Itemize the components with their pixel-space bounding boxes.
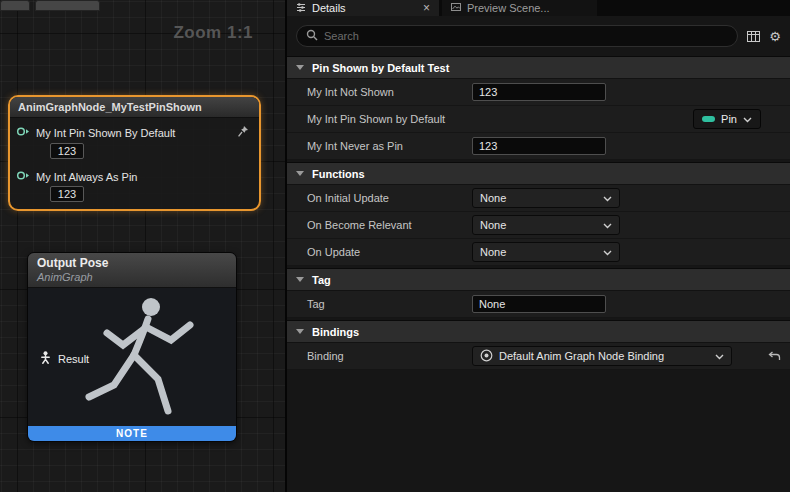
pin-label: My Int Always As Pin: [36, 171, 137, 183]
property-label: My Int Pin Shown by Default: [287, 113, 472, 125]
property-row-on-update: On Update None: [287, 239, 790, 266]
partial-node-stub: [35, 0, 100, 11]
property-row-on-initial-update: On Initial Update None: [287, 185, 790, 212]
pose-person-icon[interactable]: [40, 351, 51, 366]
on-become-relevant-dropdown[interactable]: None: [472, 215, 620, 235]
chevron-down-icon: [743, 113, 752, 125]
pin-visibility-dropdown[interactable]: Pin: [693, 109, 761, 129]
property-row-my-int-pin-shown-by-default: My Int Pin Shown by Default Pin: [287, 106, 790, 133]
pin-button-label: Pin: [721, 113, 737, 125]
node-title: Output Pose: [37, 256, 227, 270]
zoom-level-label: Zoom 1:1: [173, 23, 253, 43]
property-label: On Update: [287, 246, 472, 258]
pin-thumbtack-icon[interactable]: [237, 125, 249, 140]
property-label: My Int Never as Pin: [287, 140, 472, 152]
details-toolbar: ⚙: [287, 16, 790, 56]
dropdown-value: None: [480, 192, 597, 204]
node-output-header[interactable]: Output Pose AnimGraph: [28, 253, 236, 288]
property-label: My Int Not Shown: [287, 86, 472, 98]
chevron-down-icon: [296, 329, 304, 334]
node-title[interactable]: AnimGraphNode_MyTestPinShown: [10, 97, 259, 118]
property-row-binding: Binding Default Anim Graph Node Binding: [287, 343, 790, 370]
preview-scene-tab-icon: [451, 2, 461, 14]
section-pin-shown-by-default-test[interactable]: Pin Shown by Default Test: [287, 56, 790, 79]
node-animgraphnode-mytestpinshown[interactable]: AnimGraphNode_MyTestPinShown My Int Pin …: [8, 95, 261, 211]
int-pin-icon[interactable]: [16, 170, 30, 183]
section-title: Pin Shown by Default Test: [312, 62, 449, 74]
chevron-down-icon: [603, 219, 612, 231]
details-tab-icon: [296, 2, 306, 14]
result-pin-row: Result: [40, 351, 89, 366]
section-functions[interactable]: Functions: [287, 162, 790, 185]
close-icon[interactable]: ×: [423, 2, 430, 14]
unreal-editor-window: Zoom 1:1 AnimGraphNode_MyTestPinShown My…: [0, 0, 790, 492]
dropdown-value: Default Anim Graph Node Binding: [499, 350, 709, 362]
note-bar: NOTE: [28, 426, 236, 441]
panel-tab-bar: Details × Preview Scene...: [287, 0, 790, 16]
settings-gear-icon[interactable]: ⚙: [769, 30, 781, 43]
section-title: Tag: [312, 274, 331, 286]
chevron-down-icon: [296, 277, 304, 282]
pin-pill-icon: [702, 116, 715, 122]
search-icon: [306, 27, 318, 45]
node-subtitle: AnimGraph: [37, 271, 227, 283]
result-pin-label: Result: [58, 353, 89, 365]
property-label: On Initial Update: [287, 192, 472, 204]
search-box[interactable]: [296, 25, 738, 47]
binding-dropdown[interactable]: Default Anim Graph Node Binding: [472, 346, 732, 366]
property-label: Tag: [287, 298, 472, 310]
partial-node-stub: [0, 0, 30, 11]
property-row-on-become-relevant: On Become Relevant None: [287, 212, 790, 239]
node-output-pose[interactable]: Output Pose AnimGraph: [27, 252, 237, 442]
chevron-down-icon: [603, 192, 612, 204]
dropdown-value: None: [480, 246, 597, 258]
pin-value-field[interactable]: 123: [50, 143, 84, 159]
property-label: Binding: [287, 350, 472, 362]
tab-label: Details: [312, 2, 346, 14]
property-label: On Become Relevant: [287, 219, 472, 231]
section-title: Bindings: [312, 326, 359, 338]
tab-details[interactable]: Details ×: [287, 0, 439, 16]
chevron-down-icon: [296, 171, 304, 176]
chevron-down-icon: [296, 65, 304, 70]
pin-row: My Int Always As Pin: [10, 159, 259, 183]
tab-preview-scene[interactable]: Preview Scene...: [442, 0, 597, 16]
property-row-my-int-not-shown: My Int Not Shown: [287, 79, 790, 106]
my-int-never-as-pin-field[interactable]: [472, 137, 606, 155]
tag-field[interactable]: [472, 295, 606, 313]
pin-row: My Int Pin Shown By Default: [10, 118, 259, 140]
display-filter-grid-icon[interactable]: [747, 31, 760, 42]
tab-label: Preview Scene...: [467, 2, 550, 14]
dropdown-value: None: [480, 219, 597, 231]
my-int-not-shown-field[interactable]: [472, 83, 606, 101]
section-tag[interactable]: Tag: [287, 268, 790, 291]
section-title: Functions: [312, 168, 365, 180]
chevron-down-icon: [603, 246, 612, 258]
search-input[interactable]: [324, 30, 728, 42]
on-update-dropdown[interactable]: None: [472, 242, 620, 262]
reset-to-default-icon[interactable]: [768, 351, 781, 362]
on-initial-update-dropdown[interactable]: None: [472, 188, 620, 208]
int-pin-icon[interactable]: [16, 126, 30, 139]
pin-value-field[interactable]: 123: [50, 186, 84, 202]
details-panel: Details × Preview Scene... ⚙: [285, 0, 790, 492]
section-bindings[interactable]: Bindings: [287, 320, 790, 343]
property-row-tag: Tag: [287, 291, 790, 318]
chevron-down-icon: [715, 350, 724, 362]
pin-label: My Int Pin Shown By Default: [36, 127, 175, 139]
binding-circle-icon: [480, 349, 493, 364]
property-row-my-int-never-as-pin: My Int Never as Pin: [287, 133, 790, 160]
anim-graph-canvas[interactable]: Zoom 1:1 AnimGraphNode_MyTestPinShown My…: [0, 0, 285, 492]
